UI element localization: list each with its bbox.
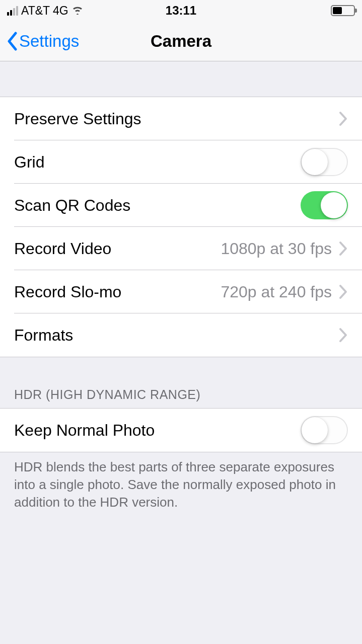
row-value: 1080p at 30 fps [221,239,332,258]
grid-toggle[interactable] [301,148,348,176]
wifi-icon [71,5,84,17]
chevron-left-icon [5,31,19,51]
row-label: Record Video [14,239,111,258]
scan-qr-toggle[interactable] [301,191,348,219]
record-slomo-row[interactable]: Record Slo-mo 720p at 240 fps [0,270,362,313]
row-label: Grid [14,153,44,172]
row-label: Scan QR Codes [14,196,130,215]
carrier-label: AT&T 4G [21,4,68,18]
record-video-row[interactable]: Record Video 1080p at 30 fps [0,227,362,270]
row-label: Formats [14,326,73,345]
chevron-right-icon [339,284,348,299]
hdr-section-footer: HDR blends the best parts of three separ… [0,452,362,511]
hdr-section-header: HDR (HIGH DYNAMIC RANGE) [0,357,362,408]
scan-qr-row: Scan QR Codes [0,184,362,227]
settings-group-main: Preserve Settings Grid Scan QR Codes Rec… [0,97,362,357]
section-gap [0,61,362,97]
status-left: AT&T 4G [7,4,84,18]
grid-row: Grid [0,140,362,184]
status-time: 13:11 [166,4,196,18]
signal-strength-icon [7,6,18,16]
keep-normal-photo-row: Keep Normal Photo [0,409,362,452]
row-label: Preserve Settings [14,110,141,128]
chevron-right-icon [339,241,348,256]
row-label: Record Slo-mo [14,283,121,301]
preserve-settings-row[interactable]: Preserve Settings [0,97,362,140]
chevron-right-icon [339,328,348,343]
chevron-right-icon [339,111,348,126]
battery-icon [331,5,355,16]
row-label: Keep Normal Photo [14,421,155,440]
settings-group-hdr: Keep Normal Photo [0,408,362,452]
status-right [331,5,355,16]
back-label: Settings [19,32,79,51]
navigation-bar: Settings Camera [0,21,362,61]
formats-row[interactable]: Formats [0,313,362,357]
row-value: 720p at 240 fps [221,283,332,301]
page-title: Camera [151,32,211,51]
keep-normal-toggle[interactable] [301,416,348,444]
back-button[interactable]: Settings [0,31,79,51]
status-bar: AT&T 4G 13:11 [0,0,362,21]
